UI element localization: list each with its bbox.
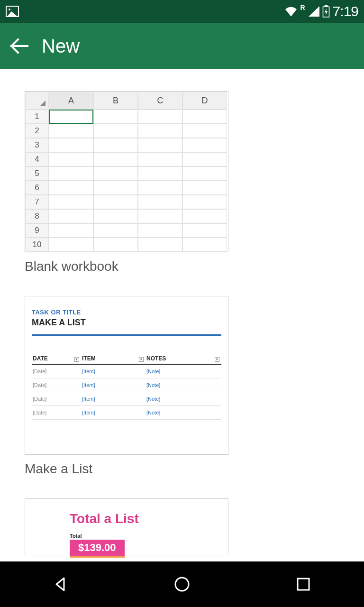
template-make-a-list[interactable]: TASK OR TITLE MAKE A LIST DATE▾ ITEM▾ NO… — [25, 296, 339, 477]
row-header: 6 — [25, 181, 49, 195]
col-notes: NOTES▾ — [146, 353, 221, 364]
app-bar: New — [0, 23, 364, 69]
picture-icon — [6, 6, 19, 17]
row-header: 1 — [25, 110, 49, 124]
back-arrow-icon[interactable] — [9, 37, 28, 55]
row-header: 9 — [25, 223, 49, 238]
filter-dropdown-icon: ▾ — [215, 357, 219, 362]
signal-icon — [308, 6, 319, 17]
roaming-indicator: R — [300, 4, 305, 11]
template-gallery: A B C D 1 2 3 4 5 6 7 8 9 — [0, 69, 364, 561]
svg-rect-1 — [324, 5, 328, 7]
column-header: C — [138, 92, 182, 110]
row-header: 2 — [25, 124, 49, 138]
row-header: 10 — [25, 238, 49, 252]
column-header: A — [49, 92, 93, 110]
row-header: 8 — [25, 209, 49, 223]
template-label: Make a List — [25, 461, 339, 477]
template-label: Blank workbook — [25, 259, 339, 274]
wifi-icon — [285, 6, 297, 17]
row-header: 4 — [25, 152, 49, 166]
svg-rect-3 — [298, 579, 309, 590]
page-title: New — [42, 36, 80, 57]
table-row: [Date][Item][Note] — [32, 364, 221, 378]
template-thumbnail: Total a List Total $139.00 — [25, 498, 228, 555]
nav-home-button[interactable] — [172, 574, 192, 595]
status-bar: R 7:19 — [0, 0, 364, 23]
row-header: 3 — [25, 138, 49, 152]
template-blank-workbook[interactable]: A B C D 1 2 3 4 5 6 7 8 9 — [25, 91, 339, 274]
column-header: D — [182, 92, 227, 110]
nav-back-button[interactable] — [50, 574, 71, 595]
total-list-title: Total a List — [70, 511, 183, 526]
row-header: 7 — [25, 195, 49, 209]
total-label: Total — [70, 533, 183, 539]
column-header: B — [93, 92, 138, 110]
battery-charging-icon — [322, 5, 330, 18]
svg-point-2 — [175, 578, 189, 591]
table-row: [Date][Item][Note] — [32, 378, 221, 392]
template-thumbnail: A B C D 1 2 3 4 5 6 7 8 9 — [25, 91, 228, 252]
select-all-corner — [25, 92, 49, 110]
table-row: [Date][Item][Note] — [32, 406, 221, 420]
list-table: DATE▾ ITEM▾ NOTES▾ [Date][Item][Note] [D… — [32, 353, 221, 420]
template-total-a-list[interactable]: Total a List Total $139.00 — [25, 498, 339, 555]
col-item: ITEM▾ — [81, 353, 146, 364]
task-or-title-label: TASK OR TITLE — [32, 309, 221, 316]
template-thumbnail: TASK OR TITLE MAKE A LIST DATE▾ ITEM▾ NO… — [25, 296, 228, 455]
accent-bar — [32, 334, 221, 336]
col-date: DATE▾ — [32, 353, 81, 364]
nav-recent-button[interactable] — [293, 574, 314, 595]
filter-dropdown-icon: ▾ — [74, 357, 79, 362]
selected-cell — [49, 110, 93, 124]
clock: 7:19 — [333, 3, 358, 19]
row-header: 5 — [25, 166, 49, 181]
list-title: MAKE A LIST — [32, 318, 221, 328]
filter-dropdown-icon: ▾ — [139, 357, 144, 362]
total-value: $139.00 — [70, 540, 125, 558]
table-row: [Date][Item][Note] — [32, 392, 221, 406]
android-nav-bar — [0, 561, 364, 607]
